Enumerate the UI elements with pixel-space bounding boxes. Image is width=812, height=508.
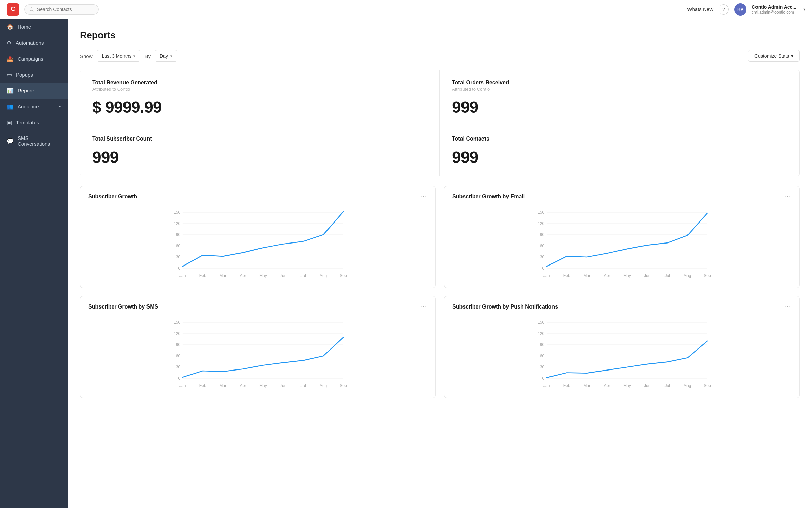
sidebar-item-popups[interactable]: ▭ Popups: [0, 67, 68, 83]
svg-text:90: 90: [176, 342, 181, 347]
svg-text:Sep: Sep: [340, 383, 347, 388]
svg-text:120: 120: [538, 331, 544, 336]
svg-text:Feb: Feb: [563, 383, 570, 388]
show-select[interactable]: Last 3 Months ▾: [97, 50, 141, 62]
sidebar: 🏠 Home ⚙ Automations 📤 Campaigns ▭ Popup…: [0, 19, 68, 508]
sidebar-item-sms-conversations[interactable]: 💬 SMS Conversations: [0, 130, 68, 151]
svg-text:Jan: Jan: [543, 383, 550, 388]
svg-text:Apr: Apr: [240, 383, 246, 388]
sidebar-item-automations[interactable]: ⚙ Automations: [0, 35, 68, 51]
svg-text:0: 0: [542, 266, 544, 271]
sidebar-item-templates[interactable]: ▣ Templates: [0, 114, 68, 130]
sidebar-label-home: Home: [18, 24, 31, 30]
svg-text:Feb: Feb: [199, 273, 206, 278]
by-select[interactable]: Day ▾: [155, 50, 177, 62]
svg-text:Mar: Mar: [583, 383, 590, 388]
svg-text:60: 60: [540, 244, 545, 248]
svg-text:Apr: Apr: [240, 273, 246, 278]
chart-card-0: Subscriber Growth ··· 0306090120150 JanF…: [80, 186, 436, 288]
sidebar-icon-audience: 👥: [7, 103, 14, 110]
chart-card-1: Subscriber Growth by Email ··· 030609012…: [444, 186, 800, 288]
svg-text:150: 150: [174, 320, 180, 325]
svg-text:Jan: Jan: [179, 383, 186, 388]
by-select-chevron: ▾: [170, 54, 172, 58]
user-menu-chevron: ▾: [803, 7, 805, 12]
whats-new-button[interactable]: Whats New: [687, 6, 713, 12]
stat-title-3: Total Contacts: [452, 136, 787, 142]
user-info[interactable]: Contlo Admin Acc... cntl.admin@contlo.co…: [752, 4, 796, 15]
svg-text:Mar: Mar: [583, 273, 590, 278]
search-input[interactable]: [37, 7, 94, 12]
sidebar-chevron-audience: ▾: [59, 104, 61, 109]
svg-text:60: 60: [176, 354, 181, 358]
sidebar-icon-campaigns: 📤: [7, 56, 14, 62]
stat-card-1: Total Orders Received Attributed to Cont…: [440, 70, 799, 126]
stat-card-2: Total Subscriber Count 999: [80, 126, 440, 176]
sidebar-icon-automations: ⚙: [7, 40, 12, 46]
chart-menu-0[interactable]: ···: [420, 193, 427, 200]
svg-text:0: 0: [178, 376, 180, 381]
svg-text:Sep: Sep: [704, 273, 711, 278]
customize-chevron: ▾: [791, 53, 793, 59]
svg-text:Aug: Aug: [320, 273, 327, 278]
sidebar-item-campaigns[interactable]: 📤 Campaigns: [0, 51, 68, 67]
logo-button[interactable]: C: [7, 3, 19, 16]
chart-header-1: Subscriber Growth by Email ···: [452, 193, 791, 200]
sidebar-item-reports[interactable]: 📊 Reports: [0, 83, 68, 99]
chart-area-3: 0306090120150 JanFebMarAprMayJunJulAugSe…: [452, 315, 791, 391]
svg-text:Jan: Jan: [179, 273, 186, 278]
stat-value-2: 999: [92, 148, 427, 167]
svg-point-0: [30, 7, 33, 10]
stat-card-0: Total Revenue Generated Attributed to Co…: [80, 70, 440, 126]
customize-stats-button[interactable]: Customize Stats ▾: [748, 50, 800, 62]
stat-title-0: Total Revenue Generated: [92, 80, 427, 86]
topnav: C Whats New ? KV Contlo Admin Acc... cnt…: [0, 0, 812, 19]
svg-text:Sep: Sep: [340, 273, 347, 278]
svg-text:Apr: Apr: [604, 273, 610, 278]
svg-text:0: 0: [178, 266, 180, 271]
svg-text:May: May: [623, 383, 631, 388]
stat-subtitle-1: Attributed to Contlo: [452, 87, 787, 92]
avatar[interactable]: KV: [734, 3, 746, 16]
svg-text:May: May: [623, 273, 631, 278]
sidebar-label-sms-conversations: SMS Conversations: [18, 135, 61, 147]
chart-header-0: Subscriber Growth ···: [88, 193, 427, 200]
stat-title-2: Total Subscriber Count: [92, 136, 427, 142]
sidebar-label-templates: Templates: [16, 120, 39, 125]
help-button[interactable]: ?: [719, 4, 729, 15]
sidebar-label-popups: Popups: [16, 72, 33, 78]
chart-header-2: Subscriber Growth by SMS ···: [88, 303, 427, 310]
svg-text:60: 60: [540, 354, 545, 358]
chart-area-2: 0306090120150 JanFebMarAprMayJunJulAugSe…: [88, 315, 427, 391]
page-title: Reports: [80, 30, 800, 41]
stat-value-3: 999: [452, 148, 787, 167]
svg-text:Feb: Feb: [563, 273, 570, 278]
show-label: Show: [80, 53, 93, 59]
svg-text:120: 120: [174, 221, 180, 226]
svg-text:150: 150: [174, 210, 180, 215]
stat-card-3: Total Contacts 999: [440, 126, 799, 176]
svg-text:Aug: Aug: [320, 383, 327, 388]
svg-text:May: May: [259, 383, 267, 388]
svg-text:Apr: Apr: [604, 383, 610, 388]
sidebar-item-home[interactable]: 🏠 Home: [0, 19, 68, 35]
sidebar-icon-sms-conversations: 💬: [7, 138, 14, 144]
chart-menu-2[interactable]: ···: [420, 303, 427, 310]
svg-text:120: 120: [174, 331, 180, 336]
svg-text:Mar: Mar: [219, 273, 226, 278]
svg-text:Jun: Jun: [280, 383, 286, 388]
sidebar-item-audience[interactable]: 👥 Audience ▾: [0, 99, 68, 114]
user-email: cntl.admin@contlo.com: [752, 10, 796, 15]
chart-area-1: 0306090120150 JanFebMarAprMayJunJulAugSe…: [452, 205, 791, 281]
chart-menu-1[interactable]: ···: [784, 193, 791, 200]
svg-text:Aug: Aug: [684, 273, 691, 278]
main-content: Reports Show Last 3 Months ▾ By Day ▾ Cu…: [68, 19, 812, 508]
sidebar-icon-popups: ▭: [7, 71, 12, 78]
svg-text:Mar: Mar: [219, 383, 226, 388]
chart-title-1: Subscriber Growth by Email: [452, 194, 525, 200]
chart-menu-3[interactable]: ···: [784, 303, 791, 310]
by-label: By: [144, 53, 151, 59]
stat-title-1: Total Orders Received: [452, 80, 787, 86]
search-box[interactable]: [24, 4, 99, 15]
svg-text:90: 90: [176, 232, 181, 237]
